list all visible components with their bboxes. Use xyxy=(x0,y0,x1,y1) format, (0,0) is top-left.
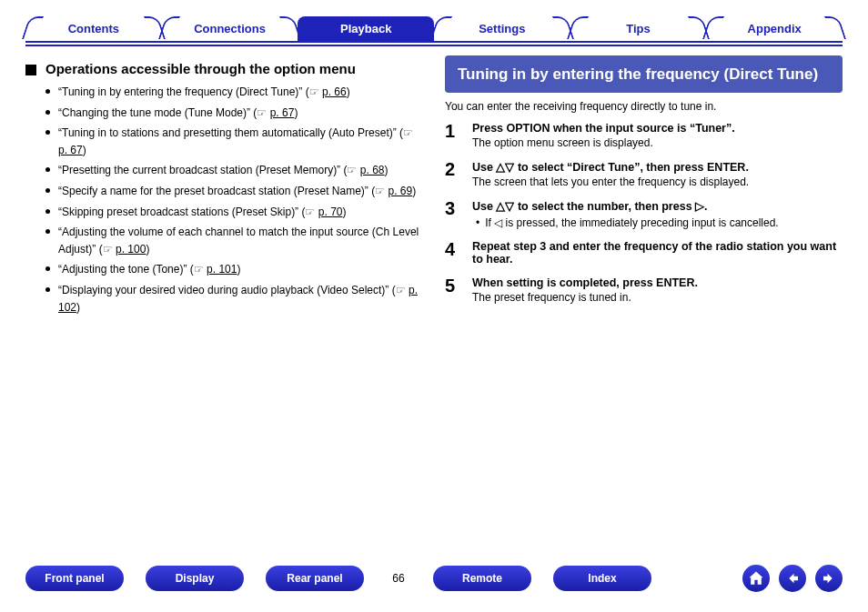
step-item: 5When setting is completed, press ENTER.… xyxy=(445,276,843,304)
step-body: When setting is completed, press ENTER.T… xyxy=(472,276,843,304)
list-item-tail: ) xyxy=(347,85,350,98)
page-number: 66 xyxy=(386,572,411,585)
pointing-hand-icon: ☞ xyxy=(347,164,359,176)
list-item-tail: ) xyxy=(76,301,80,314)
step-number: 2 xyxy=(445,160,461,188)
list-item: “Specify a name for the preset broadcast… xyxy=(58,183,423,200)
step-number: 4 xyxy=(445,240,461,266)
pointing-hand-icon: ☞ xyxy=(103,243,116,256)
list-item-text: “Presetting the current broadcast statio… xyxy=(58,164,347,176)
pointing-hand-icon: ☞ xyxy=(194,263,207,276)
option-menu-list: “Tuning in by entering the frequency (Di… xyxy=(25,84,423,316)
step-body: Use △▽ to select “Direct Tune”, then pre… xyxy=(472,160,843,188)
page-link[interactable]: p. 101 xyxy=(207,263,237,276)
list-item: “Adjusting the volume of each channel to… xyxy=(58,224,423,257)
next-page-icon[interactable] xyxy=(815,565,843,592)
list-item: “Skipping preset broadcast stations (Pre… xyxy=(58,204,423,221)
step-item: 3Use △▽ to select the number, then press… xyxy=(445,199,843,229)
list-item: “Tuning in by entering the frequency (Di… xyxy=(58,84,423,101)
page-link[interactable]: p. 66 xyxy=(322,85,347,98)
step-body: Repeat step 3 and enter the frequency of… xyxy=(472,240,843,266)
step-body: Use △▽ to select the number, then press … xyxy=(472,199,843,229)
tab-connections[interactable]: Connections xyxy=(162,16,298,43)
step-bold: Use △▽ to select “Direct Tune”, then pre… xyxy=(472,161,749,174)
list-item-text: “Specify a name for the preset broadcast… xyxy=(58,185,375,197)
list-item-text: “Tuning in to stations and presetting th… xyxy=(58,126,403,139)
bottom-nav: Front panel Display Rear panel 66 Remote… xyxy=(25,565,843,592)
list-item-text: “Changing the tune mode (Tune Mode)” ( xyxy=(58,106,257,119)
list-item: “Displaying your desired video during au… xyxy=(58,282,423,316)
nav-remote[interactable]: Remote xyxy=(433,566,531,591)
nav-display[interactable]: Display xyxy=(146,566,244,591)
list-item-tail: ) xyxy=(146,243,149,256)
list-item-text: “Adjusting the tone (Tone)” ( xyxy=(58,263,194,276)
pointing-hand-icon: ☞ xyxy=(257,106,269,119)
step-number: 3 xyxy=(445,199,461,229)
list-item-tail: ) xyxy=(83,144,86,156)
step-number: 5 xyxy=(445,276,461,304)
step-number: 1 xyxy=(445,122,461,149)
top-tabs: Contents Connections Playback Settings T… xyxy=(25,16,843,43)
left-column: Operations accessible through the option… xyxy=(25,55,423,319)
list-item-tail: ) xyxy=(385,164,389,176)
tab-contents[interactable]: Contents xyxy=(25,16,162,43)
pointing-hand-icon: ☞ xyxy=(403,126,413,139)
left-heading-text: Operations accessible through the option… xyxy=(45,61,356,76)
list-item-text: “Displaying your desired video during au… xyxy=(58,284,396,296)
home-icon[interactable] xyxy=(742,565,770,592)
page-link[interactable]: p. 67 xyxy=(270,106,295,119)
step-bold: Press OPTION when the input source is “T… xyxy=(472,122,735,135)
step-sub-bullet: If ◁ is pressed, the immediately precedi… xyxy=(472,216,843,229)
list-item: “Adjusting the tone (Tone)” (☞ p. 101) xyxy=(58,261,423,278)
steps-list: 1Press OPTION when the input source is “… xyxy=(445,122,843,304)
page-link[interactable]: p. 68 xyxy=(360,164,385,176)
step-item: 1Press OPTION when the input source is “… xyxy=(445,122,843,149)
list-item: “Presetting the current broadcast statio… xyxy=(58,162,423,179)
list-item-tail: ) xyxy=(412,185,416,197)
step-body: Press OPTION when the input source is “T… xyxy=(472,122,843,149)
list-item-tail: ) xyxy=(237,263,240,276)
nav-rear-panel[interactable]: Rear panel xyxy=(266,566,364,591)
step-bold: Use △▽ to select the number, then press … xyxy=(472,200,708,213)
step-bold: When setting is completed, press ENTER. xyxy=(472,276,698,289)
list-item-tail: ) xyxy=(343,206,347,218)
pointing-hand-icon: ☞ xyxy=(396,284,409,296)
prev-page-icon[interactable] xyxy=(779,565,806,592)
square-bullet-icon xyxy=(25,65,36,75)
step-sub: The screen that lets you enter the frequ… xyxy=(472,176,843,188)
tab-playback[interactable]: Playback xyxy=(298,16,434,43)
step-item: 4Repeat step 3 and enter the frequency o… xyxy=(445,240,843,266)
page-link[interactable]: p. 70 xyxy=(318,206,343,218)
nav-front-panel[interactable]: Front panel xyxy=(25,566,124,591)
page-link[interactable]: p. 100 xyxy=(116,243,146,256)
pointing-hand-icon: ☞ xyxy=(309,85,322,98)
tab-tips[interactable]: Tips xyxy=(570,16,707,43)
step-item: 2Use △▽ to select “Direct Tune”, then pr… xyxy=(445,160,843,188)
nav-index[interactable]: Index xyxy=(553,566,651,591)
tab-appendix[interactable]: Appendix xyxy=(706,16,843,43)
step-bold: Repeat step 3 and enter the frequency of… xyxy=(472,240,836,266)
step-sub: The preset frequency is tuned in. xyxy=(472,291,843,304)
list-item-text: “Tuning in by entering the frequency (Di… xyxy=(58,85,309,98)
list-item: “Changing the tune mode (Tune Mode)” (☞ … xyxy=(58,105,423,122)
section-title: Tuning in by entering the frequency (Dir… xyxy=(445,55,843,93)
list-item: “Tuning in to stations and presetting th… xyxy=(58,125,423,158)
list-item-text: “Skipping preset broadcast stations (Pre… xyxy=(58,206,305,218)
pointing-hand-icon: ☞ xyxy=(375,185,388,197)
tab-settings[interactable]: Settings xyxy=(434,16,570,43)
pointing-hand-icon: ☞ xyxy=(305,206,318,218)
section-intro: You can enter the receiving frequency di… xyxy=(445,100,843,113)
right-column: Tuning in by entering the frequency (Dir… xyxy=(445,55,843,319)
list-item-tail: ) xyxy=(294,106,298,119)
step-sub: The option menu screen is displayed. xyxy=(472,136,843,149)
page-link[interactable]: p. 67 xyxy=(58,144,83,156)
tabs-underline xyxy=(25,45,843,46)
page-link[interactable]: p. 69 xyxy=(389,185,413,197)
